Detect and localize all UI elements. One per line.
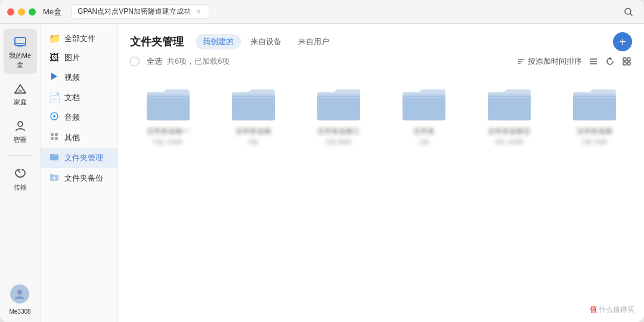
titlebar: Me盒 GPAN点对点VPN加密隧道建立成功 ×	[0, 0, 644, 24]
list-item[interactable]: 文件夹名称一 6项 12MB	[130, 78, 206, 151]
add-folder-button[interactable]: +	[613, 32, 632, 51]
file-name: 文件夹	[413, 126, 435, 137]
other-icon	[49, 132, 60, 144]
sort-button[interactable]: 按添加时间排序	[517, 56, 582, 67]
list-item[interactable]: 文件夹名称 1项 2MB	[556, 78, 632, 151]
file-nav-label-folder-mgmt: 文件夹管理	[64, 153, 103, 163]
file-nav-video[interactable]: 视频	[41, 67, 117, 88]
folder-backup-icon	[49, 172, 60, 184]
file-nav-label-all: 全部文件	[64, 33, 95, 44]
list-item[interactable]: 文件夹 2项	[386, 78, 462, 151]
maximize-traffic-light[interactable]	[29, 8, 36, 16]
svg-rect-3	[17, 45, 23, 47]
file-nav-label-other: 其他	[64, 132, 80, 143]
avatar-label: Me3308	[9, 308, 30, 315]
file-nav-docs[interactable]: 📄 文档	[41, 88, 117, 107]
header-actions: +	[613, 32, 632, 51]
tab-from-device[interactable]: 来自设备	[243, 34, 289, 49]
sort-actions: 按添加时间排序	[517, 56, 632, 67]
minimize-traffic-light[interactable]	[18, 8, 25, 16]
app-title: Me盒	[43, 7, 61, 17]
images-icon: 🖼	[49, 52, 60, 63]
traffic-lights	[7, 8, 36, 16]
file-nav-audio[interactable]: 音频	[41, 107, 117, 128]
close-traffic-light[interactable]	[7, 8, 14, 16]
file-meta: 2项	[419, 138, 429, 147]
svg-rect-22	[627, 58, 630, 61]
folder-icon	[485, 82, 533, 123]
folder-icon	[144, 82, 192, 123]
sidebar-item-my-me-box[interactable]: 我的Me盒	[4, 29, 37, 74]
svg-rect-29	[488, 94, 531, 98]
tab-label: GPAN点对点VPN加密隧道建立成功	[78, 7, 191, 17]
svg-rect-12	[55, 133, 58, 136]
tab-close-button[interactable]: ×	[194, 8, 203, 16]
svg-rect-27	[317, 94, 360, 98]
tab-from-user[interactable]: 来自用户	[291, 34, 336, 49]
file-nav-label-folder-backup: 文件夹备份	[64, 173, 103, 184]
svg-rect-24	[627, 62, 630, 65]
svg-marker-8	[51, 73, 57, 80]
list-item[interactable]: 文件夹名称 3项	[215, 78, 291, 151]
folder-icon	[315, 82, 363, 123]
select-all-checkbox[interactable]	[130, 57, 140, 66]
list-item[interactable]: 文件夹名称三 5项 8MB	[301, 78, 376, 151]
list-view-button[interactable]	[588, 56, 599, 67]
file-nav-folder-backup[interactable]: 文件夹备份	[41, 168, 117, 188]
sort-icon	[517, 57, 525, 66]
select-info: 共6项，已加载6项	[167, 56, 230, 67]
avatar[interactable]	[10, 284, 29, 304]
file-nav-images[interactable]: 🖼 图片	[41, 48, 117, 67]
transfer-icon	[12, 165, 29, 182]
secret-circle-icon	[12, 117, 29, 134]
file-nav-label-audio: 音频	[64, 112, 80, 123]
folder-icon	[571, 82, 618, 123]
file-name: 文件夹名称三	[317, 126, 360, 137]
sidebar-label-my-me-box: 我的Me盒	[6, 51, 35, 69]
file-nav-folder-mgmt[interactable]: 文件夹管理	[41, 148, 117, 168]
svg-rect-14	[55, 137, 58, 140]
svg-point-7	[17, 290, 22, 295]
tab-item[interactable]: GPAN点对点VPN加密隧道建立成功 ×	[71, 4, 209, 19]
svg-rect-2	[15, 38, 26, 45]
svg-rect-25	[147, 94, 190, 98]
refresh-button[interactable]	[605, 56, 615, 67]
file-name: 文件夹名称一	[147, 126, 190, 137]
svg-rect-28	[402, 94, 445, 98]
grid-view-button[interactable]	[621, 56, 632, 67]
content-area: 文件夹管理 我创建的 来自设备 来自用户 + 全选 共6项，已加载6项	[118, 24, 644, 322]
sidebar-item-transfer[interactable]: 传输	[4, 160, 37, 197]
sidebar: 我的Me盒 家庭 密圈	[0, 24, 41, 322]
file-meta: 3项	[248, 138, 258, 147]
sidebar-label-family: 家庭	[14, 98, 27, 107]
svg-rect-11	[51, 133, 54, 136]
tab-my-created[interactable]: 我创建的	[196, 34, 241, 49]
file-nav-all-files[interactable]: 📁 全部文件	[41, 29, 117, 48]
sort-label: 按添加时间排序	[528, 56, 582, 67]
file-nav-label-docs: 文档	[64, 92, 80, 103]
all-files-icon: 📁	[49, 33, 60, 44]
sidebar-item-secret-circle[interactable]: 密圈	[4, 113, 37, 149]
file-nav-label-images: 图片	[64, 52, 80, 63]
video-icon	[49, 72, 60, 83]
my-me-box-icon	[12, 33, 29, 50]
svg-rect-21	[623, 58, 626, 61]
tab-filter: 我创建的 来自设备 来自用户	[196, 34, 336, 49]
svg-rect-30	[573, 94, 616, 98]
svg-rect-13	[51, 137, 54, 140]
file-nav-other[interactable]: 其他	[41, 128, 117, 148]
file-name: 文件夹名称	[577, 126, 612, 137]
toolbar: 全选 共6项，已加载6项 按添加时间排序	[118, 51, 644, 72]
docs-icon: 📄	[49, 92, 60, 103]
list-item[interactable]: 文件夹名称五 4项 16MB	[471, 78, 547, 151]
folder-mgmt-icon	[49, 152, 60, 164]
audio-icon	[49, 112, 60, 123]
svg-point-10	[53, 115, 55, 117]
svg-rect-23	[623, 62, 626, 65]
sidebar-item-family[interactable]: 家庭	[4, 75, 37, 112]
file-meta: 5项 8MB	[326, 138, 351, 147]
svg-point-6	[18, 122, 23, 126]
file-nav-label-video: 视频	[64, 72, 80, 83]
folder-icon	[400, 82, 448, 123]
search-icon[interactable]	[620, 4, 637, 20]
